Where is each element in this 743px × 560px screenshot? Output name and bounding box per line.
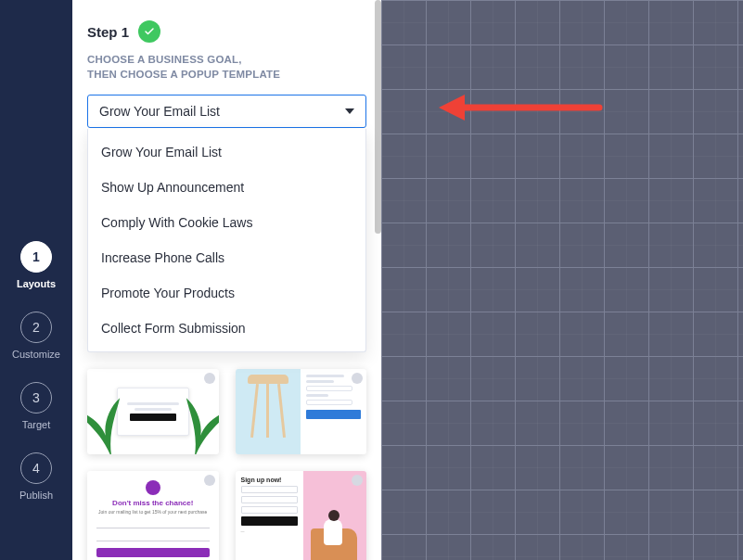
nav-step-target[interactable]: 3 Target <box>20 382 52 430</box>
subtitle-line: CHOOSE A BUSINESS GOAL, <box>87 54 242 65</box>
nav-step-label: Target <box>22 419 51 430</box>
nav-step-label: Publish <box>19 490 53 501</box>
dropdown-option[interactable]: Grow Your Email List <box>88 134 365 170</box>
subtitle-line: THEN CHOOSE A POPUP TEMPLATE <box>87 69 280 80</box>
dropdown-value: Grow Your Email List <box>99 104 220 119</box>
thumb-form: Sign up now! — <box>236 471 304 560</box>
nav-step-customize[interactable]: 2 Customize <box>12 312 60 360</box>
close-icon <box>204 373 215 384</box>
svg-marker-1 <box>439 95 465 121</box>
nav-step-layouts[interactable]: 1 Layouts <box>17 241 56 289</box>
wizard-nav: 1 Layouts 2 Customize 3 Target 4 Publish <box>0 0 72 560</box>
app-root: 1 Layouts 2 Customize 3 Target 4 Publish… <box>0 0 743 560</box>
dropdown-option[interactable]: Comply With Cookie Laws <box>88 205 365 240</box>
nav-step-number: 4 <box>20 452 52 484</box>
template-card[interactable] <box>87 369 219 454</box>
close-icon <box>204 475 215 486</box>
editor-canvas[interactable] <box>381 0 743 560</box>
step-subtitle: CHOOSE A BUSINESS GOAL, THEN CHOOSE A PO… <box>87 52 366 82</box>
template-card[interactable]: Sign up now! — <box>236 471 367 560</box>
config-panel: Step 1 CHOOSE A BUSINESS GOAL, THEN CHOO… <box>72 0 381 560</box>
nav-step-number: 3 <box>20 382 52 414</box>
nav-step-number: 1 <box>20 241 52 273</box>
dropdown-option[interactable]: Promote Your Products <box>88 275 365 311</box>
thumb-imagery <box>236 369 301 454</box>
check-icon <box>138 20 160 43</box>
nav-step-label: Customize <box>12 349 60 360</box>
goal-dropdown[interactable]: Grow Your Email List <box>87 95 366 128</box>
nav-step-publish[interactable]: 4 Publish <box>19 452 53 501</box>
template-grid: Don't miss the chance! Join our mailing … <box>87 369 366 560</box>
panel-scrollbar[interactable] <box>375 0 381 234</box>
brand-logo-icon <box>146 480 160 495</box>
dropdown-option[interactable]: Show Up Announcement <box>88 170 365 205</box>
template-card[interactable] <box>236 369 367 454</box>
nav-step-label: Layouts <box>17 278 56 289</box>
dropdown-option[interactable]: Collect Form Submission <box>88 311 365 346</box>
template-card[interactable]: Don't miss the chance! Join our mailing … <box>87 471 219 560</box>
step-header: Step 1 <box>87 20 366 43</box>
goal-dropdown-menu: Grow Your Email List Show Up Announcemen… <box>87 129 366 352</box>
thumb-subtext: Join our mailing list to get 15% of your… <box>98 509 207 515</box>
chevron-down-icon <box>345 108 354 114</box>
nav-step-number: 2 <box>20 312 52 343</box>
thumb-headline: Don't miss the chance! <box>112 499 193 507</box>
dropdown-option[interactable]: Increase Phone Calls <box>88 240 365 275</box>
thumb-headline: Sign up now! <box>241 477 299 483</box>
goal-dropdown-wrap: Grow Your Email List Grow Your Email Lis… <box>87 95 366 128</box>
step-title: Step 1 <box>87 24 129 40</box>
annotation-arrow-icon <box>437 89 604 126</box>
